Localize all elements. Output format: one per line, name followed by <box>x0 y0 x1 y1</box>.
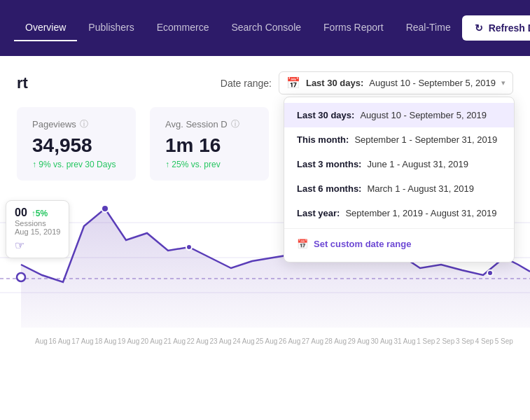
dropdown-rest-0: August 10 - September 5, 2019 <box>360 110 487 120</box>
dropdown-bold-0: Last 30 days: <box>297 110 354 120</box>
x-axis-label: 28 Aug <box>325 337 347 345</box>
metric-change-session: ↑ 25% vs. prev <box>165 160 253 169</box>
chart-cursor-point[interactable] <box>17 273 25 281</box>
x-axis-label: Aug <box>35 337 48 345</box>
date-range-label: Date range: <box>221 78 272 89</box>
x-axis-label: 22 Aug <box>187 337 209 345</box>
tooltip-date: Aug 15, 2019 <box>15 227 60 236</box>
chart-tooltip: 00 ↑5% Sessions Aug 15, 2019 ☞ <box>6 200 69 258</box>
metric-value-pageviews: 34,958 <box>32 134 120 157</box>
main-content: rt Date range: 📅 Last 30 days: August 10… <box>0 56 530 420</box>
nav-item-real-time[interactable]: Real-Time <box>395 15 462 41</box>
x-axis-label: 23 Aug <box>210 337 232 345</box>
dropdown-rest-3: March 1 - August 31, 2019 <box>367 183 473 194</box>
metric-card-pageviews: Pageviews ⓘ 34,958 ↑ 9% vs. prev 30 Days <box>17 107 136 181</box>
dropdown-rest-4: September 1, 2019 - August 31, 2019 <box>345 208 496 218</box>
x-axis-label: 18 Aug <box>95 337 116 345</box>
dropdown-item-last30[interactable]: Last 30 days: August 10 - September 5, 2… <box>284 103 514 127</box>
x-axis-label: 24 Aug <box>232 337 254 345</box>
nav-item-search-console[interactable]: Search Console <box>220 15 312 41</box>
nav-item-ecommerce[interactable]: Ecommerce <box>146 15 221 41</box>
x-axis-label: 26 Aug <box>279 337 300 345</box>
dropdown-divider <box>284 228 514 229</box>
x-axis-label: 27 Aug <box>302 337 323 345</box>
page-title: rt <box>17 74 28 92</box>
custom-calendar-icon: 📅 <box>297 239 308 249</box>
dropdown-rest-2: June 1 - August 31, 2019 <box>367 159 468 169</box>
info-icon-pageviews[interactable]: ⓘ <box>80 118 88 130</box>
x-axis-label: 16 Aug <box>49 337 71 345</box>
refresh-button[interactable]: ↻ Refresh Data <box>462 15 530 41</box>
dropdown-item-this-month[interactable]: This month: September 1 - September 31, … <box>284 127 514 152</box>
x-axis-label: 20 Aug <box>141 337 162 345</box>
header-row: rt Date range: 📅 Last 30 days: August 10… <box>0 56 530 94</box>
metric-change-text-pageviews: ↑ 9% vs. prev 30 Days <box>32 160 116 169</box>
nav-item-overview[interactable]: Overview <box>14 15 77 41</box>
dropdown-rest-1: September 1 - September 31, 2019 <box>354 134 497 145</box>
date-range-value: August 10 - September 5, 2019 <box>369 78 496 88</box>
x-axis-label: 21 Aug <box>164 337 186 345</box>
dropdown-item-custom[interactable]: 📅 Set custom date range <box>284 232 514 256</box>
dropdown-bold-4: Last year: <box>297 208 340 218</box>
tooltip-value: 00 <box>15 206 27 219</box>
metric-change-pageviews: ↑ 9% vs. prev 30 Days <box>32 160 120 169</box>
x-axis-label: 2 Sep <box>436 337 454 345</box>
dropdown-bold-2: Last 3 months: <box>297 159 361 169</box>
dropdown-item-last6months[interactable]: Last 6 months: March 1 - August 31, 2019 <box>284 176 514 201</box>
refresh-label: Refresh Data <box>489 22 530 34</box>
chart-point-5sep[interactable] <box>487 270 493 276</box>
metric-change-text-session: ↑ 25% vs. prev <box>165 160 221 169</box>
dropdown-item-lastyear[interactable]: Last year: September 1, 2019 - August 31… <box>284 201 514 225</box>
nav-item-publishers[interactable]: Publishers <box>77 15 145 41</box>
nav-bar: Overview Publishers Ecommerce Search Con… <box>0 0 530 56</box>
x-axis-label: 4 Sep <box>475 337 494 345</box>
x-axis-label: 5 Sep <box>495 337 513 345</box>
metric-value-session: 1m 16 <box>165 134 253 157</box>
tooltip-sessions-label: Sessions <box>15 219 60 227</box>
calendar-icon: 📅 <box>286 76 300 90</box>
dropdown-bold-3: Last 6 months: <box>297 183 361 194</box>
x-axis-label: 19 Aug <box>118 337 139 345</box>
x-axis-label: 3 Sep <box>456 337 474 345</box>
x-axis-label: 30 Aug <box>371 337 393 345</box>
dropdown-bold-1: This month: <box>297 134 349 145</box>
x-axis-label: 31 Aug <box>393 337 415 345</box>
x-axis-label: 17 Aug <box>71 337 93 345</box>
date-range-selector[interactable]: 📅 Last 30 days: August 10 - September 5,… <box>279 71 513 94</box>
x-axis-label: 1 Sep <box>417 337 435 345</box>
x-axis: Aug16 Aug17 Aug18 Aug19 Aug20 Aug21 Aug2… <box>0 337 530 345</box>
metric-card-session: Avg. Session D ⓘ 1m 16 ↑ 25% vs. prev <box>150 107 269 181</box>
dropdown-item-last3months[interactable]: Last 3 months: June 1 - August 31, 2019 <box>284 152 514 176</box>
chevron-down-icon: ▾ <box>501 78 505 88</box>
tooltip-change: ↑5% <box>32 209 48 218</box>
nav-item-forms-report[interactable]: Forms Report <box>312 15 395 41</box>
refresh-icon: ↻ <box>475 22 483 34</box>
x-axis-label: 29 Aug <box>348 337 370 345</box>
cursor-icon: ☞ <box>15 239 60 252</box>
metric-label-session: Avg. Session D ⓘ <box>165 118 253 130</box>
info-icon-session[interactable]: ⓘ <box>231 118 239 130</box>
chart-point-mid[interactable] <box>186 244 192 250</box>
date-range-dropdown: Last 30 days: August 10 - September 5, 2… <box>284 97 515 262</box>
chart-point-peak1[interactable] <box>102 205 109 212</box>
metric-label-pageviews: Pageviews ⓘ <box>32 118 120 130</box>
date-range-bold: Last 30 days: <box>306 78 363 88</box>
custom-label: Set custom date range <box>314 239 411 249</box>
x-axis-label: 25 Aug <box>256 337 277 345</box>
